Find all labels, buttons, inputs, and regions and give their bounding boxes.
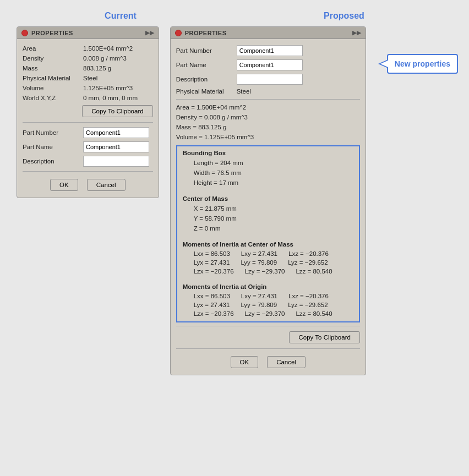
inertia-center-header: Moments of Inertia at Center of Mass (183, 241, 353, 248)
current-titlebar: PROPERTIES ▶▶ (17, 27, 159, 39)
inertia-center-row1: Lxx = 86.503 Lxy = 27.431 Lxz = −20.376 (183, 249, 353, 258)
proposed-density-eq: Density = 0.008 g / mm^3 (176, 112, 360, 122)
traffic-light-proposed (175, 30, 182, 36)
com-x: X = 21.875 mm (183, 204, 353, 214)
proposed-area-eq: Area = 1.500E+04 mm^2 (176, 102, 360, 112)
inertia-origin-row3: Lzx = −20.376 Lzy = −29.370 Lzz = 80.540 (183, 309, 353, 318)
prop-row-area: Area 1.500E+04 mm^2 (23, 43, 153, 53)
expand-icon-proposed: ▶▶ (352, 29, 361, 36)
inertia-origin-row1: Lxx = 86.503 Lxy = 27.431 Lxz = −20.376 (183, 292, 353, 300)
prop-row-volume: Volume 1.125E+05 mm^3 (23, 83, 153, 93)
proposed-part-number-input[interactable] (237, 45, 303, 56)
current-part-name-row: Part Name (23, 140, 153, 154)
inertia-center-row2: Lyx = 27.431 Lyy = 79.809 Lyz = −29.652 (183, 258, 353, 267)
prop-row-material: Physical Material Steel (23, 73, 153, 83)
copy-clipboard-button-proposed[interactable]: Copy To Clipboard (289, 331, 359, 343)
proposed-header: Proposed (324, 11, 364, 21)
current-part-number-input[interactable] (83, 127, 149, 138)
proposed-ok-button[interactable]: OK (231, 356, 259, 368)
annotation-area: New properties (381, 26, 458, 74)
current-part-number-row: Part Number (23, 125, 153, 140)
proposed-part-name-input[interactable] (237, 59, 303, 70)
prop-row-mass: Mass 883.125 g (23, 63, 153, 73)
bb-width: Width = 76.5 mm (183, 168, 353, 178)
prop-row-density: Density 0.008 g / mm^3 (23, 53, 153, 63)
proposed-description-row: Description (176, 72, 360, 86)
inertia-center-row3: Lzx = −20.376 Lzy = −29.370 Lzz = 80.540 (183, 267, 353, 276)
inertia-origin-header: Moments of Inertia at Origin (183, 283, 353, 290)
center-of-mass-header: Center of Mass (183, 195, 353, 202)
copy-clipboard-button-current[interactable]: Copy To Clipboard (82, 105, 152, 117)
prop-row-world: World X,Y,Z 0 mm, 0 mm, 0 mm (23, 93, 153, 103)
com-z: Z = 0 mm (183, 223, 353, 233)
proposed-part-name-row: Part Name (176, 58, 360, 72)
current-header: Current (105, 11, 137, 21)
inertia-origin-row2: Lyx = 27.431 Lyy = 79.809 Lyz = −29.652 (183, 300, 353, 309)
proposed-panel: PROPERTIES ▶▶ Part Number Part Name Desc… (170, 26, 366, 375)
proposed-cancel-button[interactable]: Cancel (267, 356, 306, 368)
current-panel: PROPERTIES ▶▶ Area 1.500E+04 mm^2 Densit… (17, 26, 159, 198)
current-cancel-button[interactable]: Cancel (87, 179, 126, 191)
traffic-light-current (21, 30, 28, 36)
current-description-input[interactable] (83, 156, 149, 167)
proposed-description-input[interactable] (237, 74, 303, 85)
expand-icon-current: ▶▶ (145, 29, 154, 36)
new-properties-bubble: New properties (387, 54, 458, 74)
bounding-box-section: Bounding Box Length = 204 mm Width = 76.… (176, 145, 360, 322)
bb-height: Height = 17 mm (183, 178, 353, 188)
proposed-material-row: Physical Material Steel (176, 86, 360, 96)
proposed-part-number-row: Part Number (176, 43, 360, 58)
bounding-box-header: Bounding Box (183, 150, 353, 156)
bb-length: Length = 204 mm (183, 158, 353, 168)
current-part-name-input[interactable] (83, 141, 149, 152)
proposed-titlebar: PROPERTIES ▶▶ (171, 27, 366, 39)
current-panel-title: PROPERTIES (31, 30, 73, 36)
proposed-volume-eq: Volume = 1.125E+05 mm^3 (176, 132, 360, 142)
proposed-panel-title: PROPERTIES (185, 30, 227, 36)
proposed-mass-eq: Mass = 883.125 g (176, 122, 360, 132)
current-description-row: Description (23, 154, 153, 168)
new-properties-text: New properties (395, 59, 450, 68)
current-ok-button[interactable]: OK (50, 179, 78, 191)
com-y: Y = 58.790 mm (183, 214, 353, 223)
